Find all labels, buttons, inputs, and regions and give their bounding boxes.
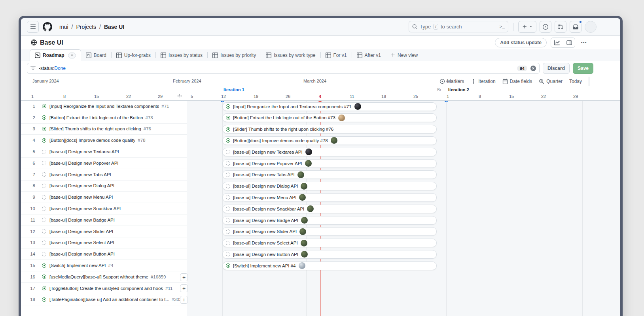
- assignee-avatar: [297, 171, 304, 178]
- hamburger-menu-button[interactable]: [27, 21, 39, 33]
- roadmap-bar[interactable]: [base-ui] Design new Button API: [222, 250, 437, 259]
- zoom-in-icon: [539, 79, 544, 84]
- roadmap-bar[interactable]: [base-ui] Design new Dialog API: [222, 182, 437, 190]
- graph-icon: [554, 40, 560, 45]
- date-label: 11: [350, 94, 354, 99]
- roadmap-bar[interactable]: [Input] Reorganize the Input and Textare…: [222, 102, 437, 111]
- issues-button[interactable]: [540, 21, 551, 33]
- new-view-button[interactable]: New view: [386, 49, 422, 61]
- month-label: March 2024: [303, 79, 326, 83]
- tab-for-v1[interactable]: For v1: [321, 49, 352, 61]
- pane-resize-handle[interactable]: [177, 93, 182, 100]
- bar-title: [Input] Reorganize the Input and Textare…: [233, 104, 352, 109]
- view-options-caret-button[interactable]: [68, 53, 76, 58]
- timeline-pager: [589, 77, 589, 86]
- scroll-left-button[interactable]: [589, 77, 589, 86]
- draft-issue-icon: [226, 195, 230, 199]
- chevron-left-icon: [589, 79, 589, 84]
- pull-requests-button[interactable]: [555, 21, 566, 33]
- bar-title: [Switch] Implement new API #4: [233, 263, 296, 268]
- project-header: Base UI Add status update ⋯: [21, 36, 620, 49]
- assignee-avatar: [299, 228, 306, 235]
- iteration-control[interactable]: Iteration: [471, 79, 495, 84]
- issue-open-icon: [226, 138, 230, 143]
- markers-icon: [439, 79, 445, 84]
- date-label: 15: [509, 94, 514, 99]
- clear-filter-icon[interactable]: [530, 66, 536, 71]
- assignee-avatar: [305, 149, 312, 155]
- date-label: 8: [63, 94, 66, 99]
- tab-issues-by-status[interactable]: Issues by status: [156, 49, 207, 61]
- filter-icon: [30, 66, 36, 71]
- plus-icon: [522, 24, 527, 29]
- table-icon: [326, 53, 331, 58]
- filter-input[interactable]: -status:Done 84: [27, 63, 540, 74]
- issue-open-icon: [226, 116, 230, 120]
- breadcrumb-org[interactable]: mui: [59, 24, 68, 30]
- globe-icon: [31, 40, 37, 45]
- today-button[interactable]: Today: [569, 79, 582, 84]
- bar-title: [base-ui] Design new Badge API: [233, 218, 298, 223]
- draft-issue-icon: [226, 229, 230, 234]
- zoom-level-control[interactable]: Quarter: [539, 79, 563, 84]
- user-avatar[interactable]: [585, 21, 597, 33]
- date-fields-control[interactable]: Date fields: [502, 79, 532, 84]
- add-date-button[interactable]: +: [180, 296, 188, 304]
- date-label: 12: [221, 94, 226, 99]
- inbox-button[interactable]: [570, 21, 581, 33]
- tab-board[interactable]: Board: [81, 49, 111, 61]
- draft-issue-icon: [226, 161, 230, 166]
- roadmap-bar[interactable]: [base-ui] Design new Snackbar API: [222, 205, 437, 213]
- github-logo-icon[interactable]: [43, 21, 55, 33]
- bar-title: [base-ui] Design new Tabs API: [233, 172, 295, 177]
- date-label: 1: [447, 94, 449, 99]
- roadmap-bar[interactable]: [base-ui] Design new Select API: [222, 239, 437, 247]
- date-label: 8: [479, 94, 481, 99]
- issue-open-icon: [226, 127, 230, 132]
- caret-down-icon: [529, 24, 533, 30]
- calendar-icon: [502, 79, 508, 84]
- results-count-badge: 84: [517, 66, 527, 71]
- roadmap-bar[interactable]: [Button] Extract the Link logic out of t…: [222, 113, 437, 122]
- date-label: 29: [158, 94, 163, 99]
- breadcrumb-projects[interactable]: Projects: [76, 24, 96, 30]
- assignee-avatar: [331, 137, 337, 144]
- bar-title: [Button][docs] Improve demos code qualit…: [233, 138, 328, 143]
- add-date-button[interactable]: +: [180, 273, 188, 281]
- discard-button[interactable]: Discard: [543, 63, 570, 74]
- roadmap-bar[interactable]: [base-ui] Design new Tabs API: [222, 170, 437, 179]
- tab-roadmap[interactable]: Roadmap: [30, 49, 81, 61]
- save-button[interactable]: Save: [573, 63, 593, 74]
- roadmap-bar[interactable]: [base-ui] Design new Popover API: [222, 159, 437, 168]
- tab-issues-by-priority[interactable]: Issues by priority: [208, 49, 261, 61]
- date-label: 26: [286, 94, 290, 99]
- assignee-avatar: [307, 205, 314, 212]
- assignee-avatar: [301, 183, 307, 190]
- draft-issue-icon: [226, 207, 230, 211]
- create-new-button[interactable]: [518, 21, 536, 33]
- roadmap-bar[interactable]: [Button][docs] Improve demos code qualit…: [222, 136, 437, 145]
- tab-up-for-grabs[interactable]: Up-for-grabs: [112, 49, 155, 61]
- table-icon: [212, 53, 218, 58]
- search-input[interactable]: Type / to search >_: [409, 21, 508, 32]
- roadmap-bar[interactable]: [base-ui] Design new Badge API: [222, 216, 437, 225]
- bar-title: [base-ui] Design new Snackbar API: [233, 207, 304, 211]
- date-label: 19: [254, 94, 258, 99]
- bar-title: [base-ui] Design new Button API: [233, 252, 298, 257]
- command-palette-icon[interactable]: >_: [500, 24, 505, 29]
- add-date-button[interactable]: +: [180, 284, 188, 292]
- insights-button[interactable]: [551, 38, 563, 47]
- project-menu-button[interactable]: ⋯: [579, 39, 589, 46]
- tab-issues-by-work-type[interactable]: Issues by work type: [261, 49, 320, 61]
- breadcrumb-current[interactable]: Base UI: [104, 24, 124, 30]
- assignee-avatar: [301, 251, 308, 258]
- roadmap-bar[interactable]: [Slider] Thumb shifts to the right upon …: [222, 125, 437, 134]
- markers-control[interactable]: Markers: [439, 79, 464, 84]
- roadmap-bar[interactable]: [base-ui] Design new Slider API: [222, 227, 437, 236]
- add-status-update-button[interactable]: Add status update: [495, 38, 547, 47]
- roadmap-bar[interactable]: [base-ui] Design new Menu API: [222, 193, 437, 202]
- tab-after-v1[interactable]: After v1: [352, 49, 386, 61]
- roadmap-bar[interactable]: [Switch] Implement new API #4: [222, 261, 437, 270]
- roadmap-bar[interactable]: [base-ui] Design new Textarea API: [222, 148, 437, 156]
- side-panel-button[interactable]: [563, 38, 575, 47]
